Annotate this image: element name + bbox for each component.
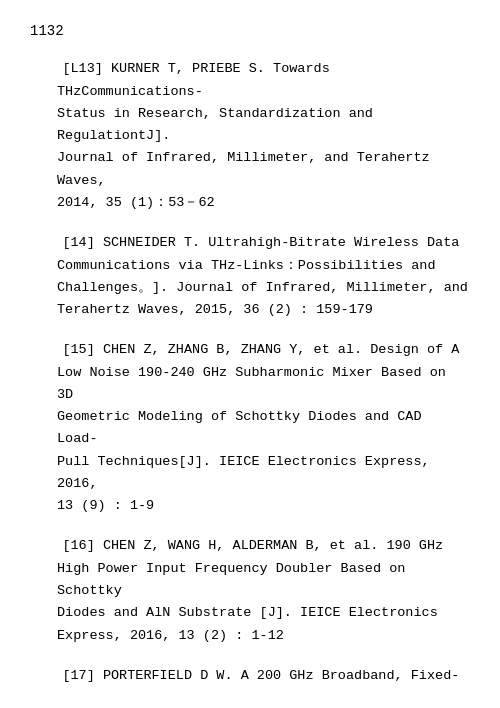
reference-16-text: [16] CHEN Z, WANG H, ALDERMAN B, et al. … [30,535,470,646]
reference-17: [17] PORTERFIELD D W. A 200 GHz Broadban… [30,665,470,687]
reference-13-text: [L13] KURNER T, PRIEBE S. Towards THzCom… [30,58,470,214]
reference-13: [L13] KURNER T, PRIEBE S. Towards THzCom… [30,58,470,214]
reference-17-text: [17] PORTERFIELD D W. A 200 GHz Broadban… [30,665,470,687]
reference-14: [14] SCHNEIDER T. Ultrahigh-Bitrate Wire… [30,232,470,321]
reference-15: [15] CHEN Z, ZHANG B, ZHANG Y, et al. De… [30,339,470,517]
references-container: [L13] KURNER T, PRIEBE S. Towards THzCom… [30,58,470,687]
reference-14-text: [14] SCHNEIDER T. Ultrahigh-Bitrate Wire… [30,232,470,321]
reference-15-text: [15] CHEN Z, ZHANG B, ZHANG Y, et al. De… [30,339,470,517]
reference-16: [16] CHEN Z, WANG H, ALDERMAN B, et al. … [30,535,470,646]
page-number: 1132 [30,20,470,42]
